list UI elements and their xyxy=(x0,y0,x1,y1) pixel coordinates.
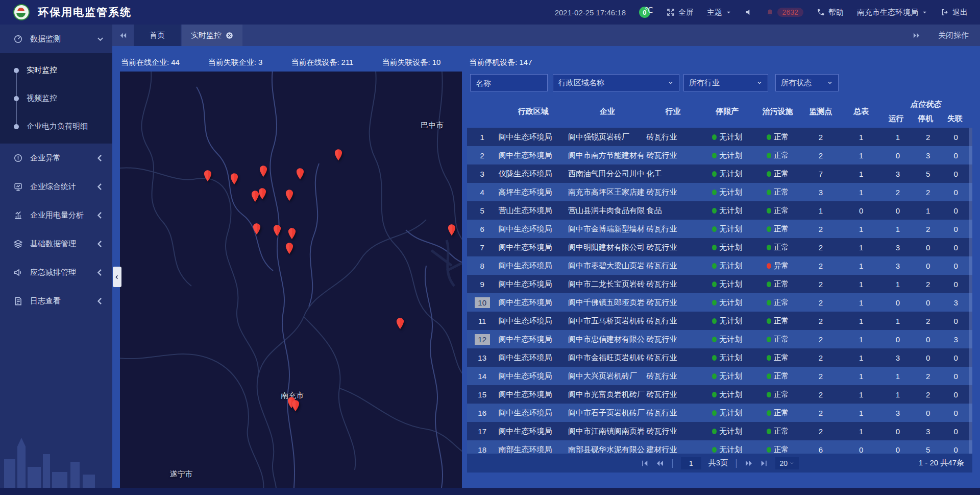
page-number-input[interactable] xyxy=(681,457,701,469)
table-row[interactable]: 17阆中生态环境局阆中市江南镇阆南页岩砖瓦行业无计划正常21030 xyxy=(467,422,972,440)
table-row[interactable]: 4高坪生态环境局南充市高坪区王家店建砖瓦行业无计划正常31220 xyxy=(467,183,972,201)
cell-run: 1 xyxy=(881,133,914,142)
map-pin-6[interactable] xyxy=(257,187,267,201)
facility-status-dot xyxy=(767,392,771,397)
cell-row-number: 15 xyxy=(467,389,497,400)
facility-status-label: 正常 xyxy=(774,169,789,178)
sidebar-item-1[interactable]: 视频监控 xyxy=(0,84,112,112)
sidebar-group-2[interactable]: 企业综合统计 xyxy=(0,172,112,201)
table-row[interactable]: 9阆中生态环境局阆中市二龙长宝页岩砖砖瓦行业无计划正常21120 xyxy=(467,275,972,293)
cell-meters: 1 xyxy=(841,298,881,307)
page-size-select[interactable]: 20 xyxy=(775,457,799,469)
row-number-badge: 18 xyxy=(475,444,490,454)
logout-button[interactable]: 退出 xyxy=(941,8,968,17)
table-row[interactable]: 16阆中生态环境局阆中市石子页岩机砖厂砖瓦行业无计划正常21300 xyxy=(467,404,972,422)
sidebar-item-2[interactable]: 企业电力负荷明细 xyxy=(0,112,112,140)
limit-status-dot xyxy=(712,373,717,379)
tab-首页[interactable]: 首页 xyxy=(134,25,181,46)
sidebar-group-4[interactable]: 基础数据管理 xyxy=(0,229,112,258)
cell-row-number: 4 xyxy=(467,187,497,198)
prev-page-button[interactable] xyxy=(656,459,664,467)
table-row[interactable]: 18南部生态环境局南部县砚华水泥有限公建材行业无计划正常60050 xyxy=(467,440,972,454)
cell-points: 2 xyxy=(800,427,841,436)
last-page-button[interactable] xyxy=(760,459,768,467)
notification-count-badge: 2632 xyxy=(777,8,803,17)
map-pin-8[interactable] xyxy=(252,223,262,236)
cell-company: 阆中市光富页岩机砖厂 xyxy=(568,390,646,399)
cell-stop: 5 xyxy=(914,170,942,178)
cell-run: 0 xyxy=(881,151,914,160)
map-pin-15[interactable] xyxy=(290,399,301,413)
table-row[interactable]: 12阆中生态环境局阆中市忠信建材有限公砖瓦行业无计划正常21003 xyxy=(467,330,972,348)
notifications-button[interactable]: 2632 xyxy=(766,8,803,17)
sidebar-group-label: 企业异常 xyxy=(30,153,61,163)
sidebar-group-3[interactable]: 企业用电量分析 xyxy=(0,201,112,229)
map-panel[interactable]: 巴中市南充市遂宁市 xyxy=(120,72,462,488)
column-header-region: 行政区域 xyxy=(497,95,568,128)
help-button[interactable]: 帮助 xyxy=(817,8,844,17)
facility-status-dot xyxy=(767,208,771,214)
cell-stop: 3 xyxy=(914,151,942,160)
cell-facility-status: 正常 xyxy=(755,316,800,326)
cell-meters: 1 xyxy=(841,243,881,252)
map-pin-1[interactable] xyxy=(229,173,239,186)
theme-dropdown[interactable]: 主题 xyxy=(707,8,731,17)
table-row[interactable]: 15阆中生态环境局阆中市光富页岩机砖厂砖瓦行业无计划正常21120 xyxy=(467,385,972,404)
chevron-down-icon xyxy=(790,461,794,465)
org-dropdown[interactable]: 南充市生态环境局 xyxy=(857,8,927,17)
tab-label: 实时监控 xyxy=(191,31,222,40)
map-pin-12[interactable] xyxy=(447,224,457,237)
map-pin-7[interactable] xyxy=(284,189,295,202)
table-row[interactable]: 3仪陇生态环境局西南油气田分公司川中化工无计划正常71350 xyxy=(467,164,972,183)
mute-button[interactable] xyxy=(745,8,753,16)
map-pin-3[interactable] xyxy=(295,168,305,181)
table-row[interactable]: 2阆中生态环境局阆中市南方节能建材有砖瓦行业无计划正常21030 xyxy=(467,146,972,164)
map-pin-9[interactable] xyxy=(272,224,282,238)
next-page-button[interactable] xyxy=(745,459,753,467)
map-pin-2[interactable] xyxy=(258,165,268,178)
table-row[interactable]: 7阆中生态环境局阆中明阳建材有限公司砖瓦行业无计划正常21300 xyxy=(467,238,972,256)
table-row[interactable]: 10阆中生态环境局阆中千佛镇五郎垭页岩砖瓦行业无计划正常21003 xyxy=(467,293,972,312)
sidebar-group-5[interactable]: 应急减排管理 xyxy=(0,258,112,287)
table-row[interactable]: 14阆中生态环境局阆中大兴页岩机砖厂砖瓦行业无计划正常21120 xyxy=(467,367,972,385)
cell-industry: 砖瓦行业 xyxy=(646,224,699,234)
cell-run: 0 xyxy=(881,427,914,436)
table-row[interactable]: 6阆中生态环境局阆中市金博瑞新型墙材砖瓦行业无计划正常21120 xyxy=(467,220,972,238)
sidebar-group-6[interactable]: 日志查看 xyxy=(0,287,112,315)
table-row[interactable]: 8阆中生态环境局阆中市枣碧大梁山页岩砖瓦行业无计划异常21300 xyxy=(467,256,972,275)
cell-lost: 0 xyxy=(942,317,970,325)
sidebar-item-0[interactable]: 实时监控 xyxy=(0,56,112,84)
industry-filter-select[interactable]: 所有行业 xyxy=(683,74,768,91)
region-filter-select[interactable]: 行政区域名称 xyxy=(553,74,679,91)
close-operations-button[interactable]: 关闭操作 xyxy=(938,31,969,40)
tabs-scroll-right-button[interactable] xyxy=(905,32,927,39)
column-header-points: 监测点 xyxy=(800,95,841,128)
table-row[interactable]: 13阆中生态环境局阆中市金福旺页岩机砖砖瓦行业无计划正常21300 xyxy=(467,348,972,367)
name-filter-input[interactable] xyxy=(470,74,548,91)
tab-实时监控[interactable]: 实时监控 xyxy=(182,25,242,46)
sidebar-group-1[interactable]: 企业异常 xyxy=(0,144,112,172)
tabs-scroll-left-button[interactable] xyxy=(112,25,134,46)
map-pin-4[interactable] xyxy=(333,149,344,162)
pager-divider: | xyxy=(735,458,738,468)
map-pin-11[interactable] xyxy=(284,242,295,255)
cell-region: 高坪生态环境局 xyxy=(497,187,568,197)
first-page-button[interactable] xyxy=(641,459,649,467)
table-row[interactable]: 11阆中生态环境局阆中市五马桥页岩机砖砖瓦行业无计划正常21120 xyxy=(467,312,972,330)
row-number-badge: 11 xyxy=(475,316,490,326)
map-pin-13[interactable] xyxy=(395,317,405,331)
group-header-label: 点位状态 xyxy=(881,100,970,114)
fullscreen-button[interactable]: 全屏 xyxy=(667,8,694,17)
map-pin-10[interactable] xyxy=(287,227,297,241)
sidebar-collapse-handle[interactable] xyxy=(113,267,121,287)
limit-status-label: 无计划 xyxy=(719,298,742,307)
table-row[interactable]: 5营山生态环境局营山县润丰肉食品有限食品无计划正常10010 xyxy=(467,201,972,220)
limit-status-dot xyxy=(712,355,717,361)
status-filter-select[interactable]: 所有状态 xyxy=(775,74,839,91)
sidebar-group-0[interactable]: 数据监测 xyxy=(0,25,112,53)
filter-bar: 行政区域名称 所有行业 所有状态 xyxy=(467,74,972,91)
map-pin-0[interactable] xyxy=(203,170,213,183)
limit-status-label: 无计划 xyxy=(719,279,742,288)
cell-company: 南充市高坪区王家店建 xyxy=(568,187,646,197)
table-row[interactable]: 1阆中生态环境局阆中强锐页岩砖厂砖瓦行业无计划正常21120 xyxy=(467,128,972,146)
